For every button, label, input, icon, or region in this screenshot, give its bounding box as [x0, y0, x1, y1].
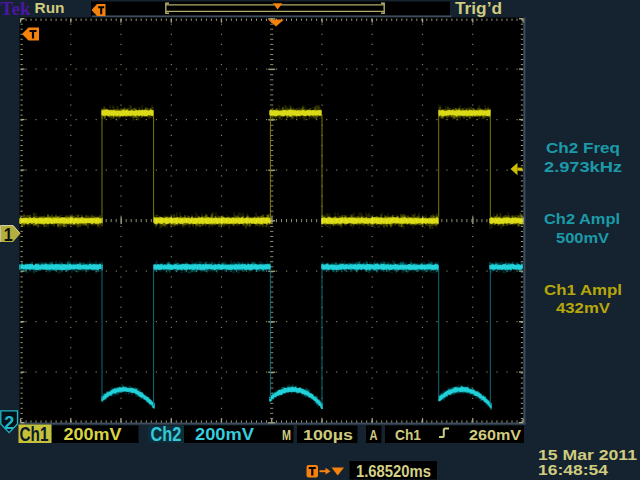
- svg-text:2: 2: [4, 413, 14, 433]
- svg-text:Ch2 Freq: Ch2 Freq: [546, 139, 620, 156]
- svg-text:Run: Run: [35, 0, 65, 16]
- svg-text:M: M: [282, 426, 291, 443]
- svg-text:200mV: 200mV: [64, 426, 122, 443]
- svg-text:Ch1: Ch1: [395, 426, 421, 443]
- svg-text:A: A: [370, 426, 378, 443]
- svg-text:500mV: 500mV: [556, 229, 609, 246]
- svg-text:1: 1: [4, 225, 13, 245]
- svg-text:Trig’d: Trig’d: [455, 0, 502, 17]
- svg-text:Ch1: Ch1: [20, 423, 49, 445]
- svg-text:Ch2 Ampl: Ch2 Ampl: [544, 210, 620, 227]
- svg-text:260mV: 260mV: [469, 426, 521, 443]
- svg-text:200mV: 200mV: [195, 426, 254, 443]
- svg-text:432mV: 432mV: [556, 299, 610, 316]
- svg-text:1.68520ms: 1.68520ms: [356, 463, 431, 480]
- svg-text:100µs: 100µs: [303, 426, 353, 443]
- svg-text:Tek: Tek: [1, 0, 31, 19]
- svg-text:Ch2: Ch2: [151, 423, 182, 445]
- svg-text:2.973kHz: 2.973kHz: [544, 158, 622, 175]
- svg-text:Ch1 Ampl: Ch1 Ampl: [544, 281, 622, 298]
- svg-text:16:48:54: 16:48:54: [538, 462, 608, 478]
